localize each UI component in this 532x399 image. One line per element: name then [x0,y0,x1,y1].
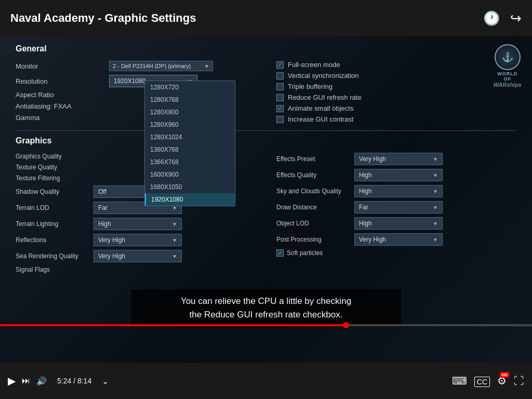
hd-badge: HD [500,372,509,378]
object-lod-label: Object LOD [276,220,354,227]
progress-bar[interactable] [0,324,532,326]
res-option-1366x768[interactable]: 1366X768 [145,156,235,168]
resolution-label: Resolution [16,77,109,85]
time-display: 5:24 / 8:14 [57,377,91,385]
object-lod-dropdown[interactable]: High ▼ [354,217,443,230]
top-bar: Naval Academy - Graphic Settings 🕐 ↪ [0,0,532,36]
sea-rendering-label: Sea Rendering Quality [16,252,94,260]
animate-objects-label: Animate small objects [288,104,353,112]
play-button[interactable]: ▶ [8,375,16,387]
res-option-1360x768[interactable]: 1360X768 [145,143,235,156]
res-option-1680x1050[interactable]: 1680X1050 [145,181,235,193]
top-icons: 🕐 ↪ [483,10,522,26]
reflections-dropdown[interactable]: Very High ▼ [94,234,182,246]
reduce-gui-label: Reduce GUI refresh rate [288,94,362,101]
res-option-1280x960[interactable]: 1280X960 [145,118,235,131]
post-processing-label: Post Processing [276,236,354,243]
draw-distance-label: Draw Distance [276,204,354,211]
page-title: Naval Academy - Graphic Settings [10,11,196,25]
general-section-title: General [16,44,516,54]
draw-distance-row: Draw Distance Far ▼ [276,201,516,214]
reflections-label: Reflections [16,236,94,244]
vsync-row: Vertical synchronization [276,72,516,79]
terrain-lighting-dropdown[interactable]: High ▼ [94,218,182,230]
reduce-gui-row: Reduce GUI refresh rate [276,94,516,101]
effects-quality-dropdown[interactable]: High ▼ [354,169,443,181]
object-lod-row: Object LOD High ▼ [276,217,516,230]
res-option-1920x1080[interactable]: 1920X1080 [145,193,235,206]
controls-bar: ▶ ⏭ 🔊 5:24 / 8:14 ⌄ ⌨ CC ⚙ HD ⛶ [0,363,532,399]
triple-buffer-row: Triple buffering [276,83,516,90]
monitor-dropdown-arrow: ▼ [204,63,209,69]
next-button[interactable]: ⏭ [22,376,30,385]
res-option-1280x1024[interactable]: 1280X1024 [145,131,235,143]
post-processing-dropdown[interactable]: Very High ▼ [354,233,443,246]
soft-particles-checkbox[interactable]: ✓ [276,249,284,257]
triple-buffer-label: Triple buffering [288,83,332,90]
post-processing-row: Post Processing Very High ▼ [276,233,516,246]
effects-quality-row: Effects Quality High ▼ [276,169,516,181]
terrain-lighting-label: Terrain Lighting [16,220,94,228]
res-option-1280x800[interactable]: 1280X800 [145,106,235,118]
effects-quality-label: Effects Quality [276,171,354,179]
cc-label: CC [474,377,490,387]
subtitle-text: You can relieve the CPU a little by chec… [181,296,351,320]
gui-contrast-checkbox[interactable] [276,116,284,123]
texture-quality-label: Texture Quality [16,164,94,171]
signal-flags-label: Signal Flags [16,266,94,273]
gamma-label: Gamma [16,114,109,122]
progress-fill [0,324,346,326]
graphics-section-title: Graphics [16,136,516,145]
monitor-row: Monitor 2 - Dell P2314H (DP) (primary) ▼ [16,61,256,71]
sky-clouds-dropdown[interactable]: High ▼ [354,185,443,197]
settings-button[interactable]: ⚙ HD [497,375,507,387]
sky-clouds-label: Sky and Clouds Quality [276,188,354,195]
triple-buffer-checkbox[interactable] [276,83,284,90]
texture-filtering-label: Texture Filtering [16,175,94,182]
effects-preset-dropdown[interactable]: Very High ▼ [354,153,443,165]
fullscreen-label: Full-screen mode [288,61,340,69]
resolution-options-list: 1280X720 1280X768 1280X800 1280X960 1280… [144,81,235,206]
animate-objects-checkbox[interactable]: ✓ [276,105,284,112]
antialiasing-label: Antialiasing: FXAA [16,102,109,110]
share-icon[interactable]: ↪ [510,10,522,26]
subtitle-bar: You can relieve the CPU a little by chec… [131,289,401,326]
reduce-gui-checkbox[interactable] [276,94,284,101]
sea-rendering-dropdown[interactable]: Very High ▼ [94,250,182,262]
reflections-row: Reflections Very High ▼ [16,234,256,246]
soft-particles-label: Soft particles [287,249,365,257]
res-option-1280x768[interactable]: 1280X768 [145,94,235,106]
monitor-dropdown[interactable]: 2 - Dell P2314H (DP) (primary) ▼ [109,61,213,71]
draw-distance-dropdown[interactable]: Far ▼ [354,201,443,214]
video-area: ⚓ WORLD OF WARships General Monitor 2 - … [0,36,532,363]
fullscreen-checkbox[interactable]: ✓ [276,61,284,69]
fullscreen-button[interactable]: ⛶ [514,375,524,387]
keyboard-icon[interactable]: ⌨ [452,375,467,387]
gui-contrast-row: Increase GUI contrast [276,115,516,123]
fullscreen-row: ✓ Full-screen mode [276,61,516,69]
volume-button[interactable]: 🔊 [36,376,47,386]
animate-objects-row: ✓ Animate small objects [276,104,516,112]
res-option-1280x720[interactable]: 1280X720 [145,81,235,94]
soft-particles-row: ✓ Soft particles [276,249,516,257]
settings-panel: General Monitor 2 - Dell P2314H (DP) (pr… [16,39,516,321]
aspect-ratio-label: Aspect Ratio [16,91,109,99]
cc-button[interactable]: CC [474,375,490,387]
gui-contrast-label: Increase GUI contrast [288,115,353,123]
vsync-label: Vertical synchronization [288,72,359,79]
terrain-lighting-row: Terrain Lighting High ▼ [16,218,256,230]
terrain-lod-label: Terrain LOD [16,204,94,211]
monitor-label: Monitor [16,62,109,70]
clock-icon[interactable]: 🕐 [483,10,500,26]
vsync-checkbox[interactable] [276,72,284,79]
effects-preset-row: Effects Preset Very High ▼ [276,153,516,165]
right-controls: ⌨ CC ⚙ HD ⛶ [452,375,524,387]
res-option-1600x900[interactable]: 1600X900 [145,168,235,181]
time-dropdown[interactable]: ⌄ [102,376,109,386]
sky-clouds-row: Sky and Clouds Quality High ▼ [276,185,516,197]
sea-rendering-row: Sea Rendering Quality Very High ▼ [16,250,256,262]
progress-thumb[interactable] [343,322,349,328]
shadow-quality-label: Shadow Quality [16,188,94,195]
graphics-quality-label: Graphics Quality [16,153,94,160]
signal-flags-row: Signal Flags [16,266,256,273]
